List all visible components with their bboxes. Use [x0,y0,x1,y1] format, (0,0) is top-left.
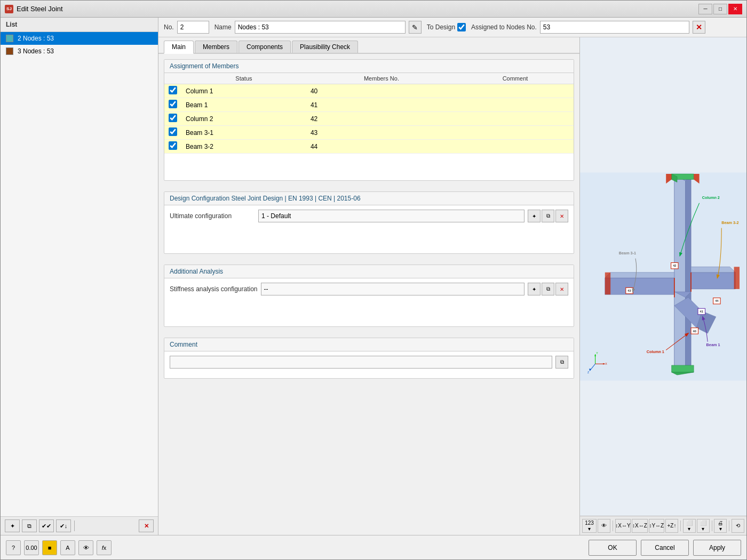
stiffness-select[interactable]: -- [261,283,525,295]
units-button[interactable]: 0.00 [24,540,39,555]
no-field-group: No. [164,21,209,34]
svg-marker-18 [734,267,740,289]
cell-membernum: 42 [306,112,457,126]
row-checkbox[interactable] [169,141,177,150]
name-edit-button[interactable]: ✎ [409,21,422,34]
minimize-button[interactable]: ─ [698,4,712,14]
close-button[interactable]: ✕ [728,4,742,14]
view-isometric-btn[interactable]: +Z↑ [665,519,678,533]
cell-comment [457,140,574,154]
print-btn[interactable]: 🖨 ▾ [714,519,727,533]
view-xz-btn[interactable]: ↕X↔Z [632,519,647,533]
svg-marker-17 [691,267,735,272]
stiffness-delete-btn[interactable]: ✕ [555,283,568,295]
list-item-label: 2 Nodes : 53 [18,35,54,42]
comment-row: ⧉ [164,351,574,373]
cancel-button[interactable]: Cancel [641,540,689,556]
stiffness-select-wrapper: -- [261,283,525,295]
window-controls: ─ □ ✕ [698,4,742,14]
cell-membernum: 40 [306,84,457,98]
ok-button[interactable]: OK [589,540,637,556]
delete-button[interactable]: ✕ [139,519,154,532]
tab-bar: Main Members Components Plausibility Che… [158,37,579,54]
list-item[interactable]: 2 Nodes : 53 [1,32,158,45]
maximize-button[interactable]: □ [713,4,727,14]
list-header: List [1,18,158,32]
zoom-reset-btn[interactable]: ⟲ [732,519,744,533]
no-input[interactable] [177,21,209,34]
ultimate-add-btn[interactable]: ✦ [528,210,541,222]
help-button[interactable]: ? [6,540,21,555]
cell-comment [457,84,574,98]
list-items: 2 Nodes : 53 3 Nodes : 53 [1,32,158,516]
bottom-left-tools: ? 0.00 ■ A 👁 fx [6,540,112,555]
comment-select-wrapper [170,356,552,369]
svg-text:41: 41 [700,310,704,313]
numbering-btn[interactable]: 123 ▾ [582,519,597,533]
col-checkbox [164,73,181,84]
table-row: Beam 1 41 [164,98,574,112]
viewer-panel: 42 44 43 40 41 [580,37,746,535]
view-yz-btn[interactable]: ↕Y↔Z [649,519,664,533]
check2-button[interactable]: ✔↓ [56,519,71,532]
separator [729,521,729,531]
display-mode-btn[interactable]: 👁 [598,519,610,533]
tab-members[interactable]: Members [195,41,237,53]
assigned-clear-button[interactable]: ✕ [693,21,705,34]
svg-marker-13 [605,278,674,294]
ultimate-select[interactable]: 1 - Default [258,210,525,222]
row-checkbox[interactable] [169,86,177,94]
check-button[interactable]: ✔✔ [39,519,54,532]
formula-button[interactable]: fx [97,540,112,555]
tab-plausibility[interactable]: Plausibility Check [292,41,358,53]
ultimate-delete-btn[interactable]: ✕ [555,210,568,222]
left-panel: List 2 Nodes : 53 3 Nodes : 53 ✦ ⧉ ✔✔ ✔↓… [1,18,158,535]
view-front-btn[interactable]: ⬜ ▾ [697,519,710,533]
row-checkbox[interactable] [169,114,177,122]
to-design-field-group: To Design [427,23,466,31]
ultimate-select-wrapper: 1 - Default [258,210,525,222]
list-item[interactable]: 3 Nodes : 53 [1,45,158,58]
row-checkbox[interactable] [169,100,177,108]
cell-comment [457,98,574,112]
color-button[interactable]: ■ [42,540,57,555]
ultimate-edit-btn[interactable]: ⧉ [542,210,554,222]
additional-analysis-section: Additional Analysis Stiffness analysis c… [164,265,574,327]
svg-marker-11 [672,365,694,372]
row-checkbox[interactable] [169,127,177,136]
tab-main[interactable]: Main [164,41,194,54]
add-item-button[interactable]: ✦ [5,519,20,532]
name-input[interactable] [235,21,406,34]
separator [712,521,712,531]
svg-text:43: 43 [627,289,631,292]
dialog-buttons: OK Cancel Apply [589,540,741,556]
svg-text:Z: Z [587,371,589,374]
viewer-toolbar: 123 ▾ 👁 ↕X↔Y ↕X↔Z ↕Y↔Z +Z↑ ⬜ ▾ ⬜ ▾ 🖨 ▾ [580,516,746,535]
comment-title: Comment [164,338,574,351]
duplicate-button[interactable]: ⧉ [22,519,37,532]
stiffness-add-btn[interactable]: ✦ [528,283,541,295]
tab-components[interactable]: Components [239,41,291,53]
assigned-input[interactable] [540,21,689,34]
form-panel: Main Members Components Plausibility Che… [158,37,580,535]
text-button[interactable]: A [60,540,75,555]
ultimate-btn-group: ✦ ⧉ ✕ [528,210,568,222]
title-bar: SJ Edit Steel Joint ─ □ ✕ [1,1,746,18]
spacer [164,227,574,253]
apply-button[interactable]: Apply [693,540,741,556]
to-design-checkbox[interactable] [457,23,466,31]
view-xy-btn[interactable]: ↕X↔Y [615,519,631,533]
view-3d-btn[interactable]: ⬜ ▾ [683,519,696,533]
svg-text:Column 1: Column 1 [647,349,664,354]
comment-select[interactable] [170,356,552,369]
comment-copy-btn[interactable]: ⧉ [555,356,568,369]
stiffness-edit-btn[interactable]: ⧉ [542,283,554,295]
name-label: Name [214,23,232,31]
members-table: Status Members No. Comment Column 1 40 [164,73,574,154]
view-button[interactable]: 👁 [78,540,93,555]
cell-comment [457,126,574,140]
col-status: Status [181,73,306,84]
separator [680,521,681,531]
svg-marker-2 [674,175,686,298]
left-toolbar: ✦ ⧉ ✔✔ ✔↓ ✕ [1,516,158,535]
